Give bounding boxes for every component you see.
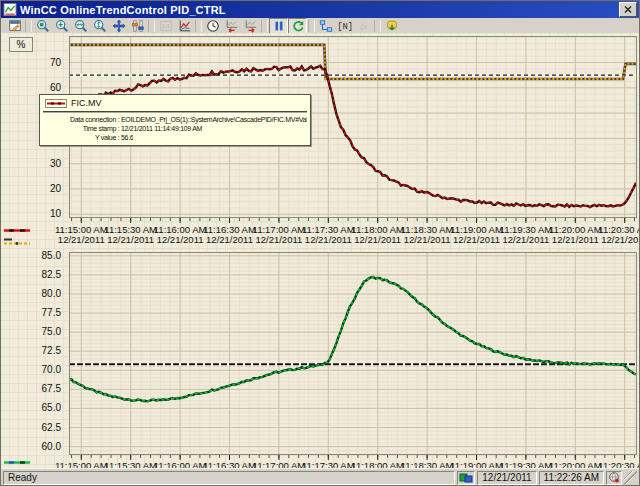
toolbar-separator	[374, 20, 381, 32]
y-axis-tick-label: 60.0	[42, 441, 61, 452]
svg-text:[N]: [N]	[338, 22, 352, 32]
refresh-icon	[291, 19, 305, 33]
select-time-range-button[interactable]	[203, 18, 222, 34]
original-view-button: 1:1	[156, 18, 175, 34]
edit-formula-button: fx	[354, 18, 373, 34]
status-date-cell: 12/21/2011	[477, 471, 536, 485]
app-icon	[3, 3, 17, 16]
x-axis-time-label: 11:15:30 AM12/21/2011	[104, 225, 157, 245]
export-icon	[385, 19, 399, 33]
x-axis-time-label: 11:19:00 AM12/21/2011	[450, 225, 503, 245]
ruler-info-box: FIC.MV Data connection : EOILDEMO_Prj_OS…	[39, 94, 311, 146]
export-data-button[interactable]	[382, 18, 401, 34]
x-axis-time-label: 11:16:30 AM12/21/2011	[203, 225, 256, 245]
toolbar-separator	[195, 20, 202, 32]
bottom-trend-plot[interactable]	[69, 252, 637, 455]
tooltip-row-label: Time stamp :	[43, 124, 121, 133]
status-license-cell	[606, 471, 622, 485]
status-ready-cell: Ready	[3, 471, 455, 485]
tooltip-separator	[43, 111, 307, 113]
wincc-trend-window: WinCC OnlineTrendControl PID_CTRL 1:1[N]…	[0, 0, 640, 486]
move-trend-area-button[interactable]	[109, 18, 128, 34]
y-axis-tick-label: 62.5	[42, 422, 61, 433]
start-stop-update-button[interactable]	[288, 18, 307, 34]
zoom-value-axis-button[interactable]	[90, 18, 109, 34]
y-axis-tick-label: 67.5	[42, 383, 61, 394]
y-axis-tick-label: 72.5	[42, 345, 61, 356]
previous-trend-button[interactable]	[222, 18, 241, 34]
y-axis-tick-label: 70	[50, 57, 61, 68]
zoom-plus-minus-button[interactable]	[52, 18, 71, 34]
tooltip-row-value: EOILDEMO_Prj_OS(1)::SystemArchive\Cascad…	[121, 115, 307, 124]
tooltip-row-label: Data connection :	[43, 115, 121, 124]
formula-icon: fx	[357, 19, 371, 33]
y-axis-tick-label: 70.0	[42, 364, 61, 375]
move-axes-area-button[interactable]	[128, 18, 147, 34]
zoomx-icon	[74, 19, 88, 33]
close-icon	[624, 6, 632, 13]
window-title: WinCC OnlineTrendControl PID_CTRL	[20, 4, 616, 16]
license-status-icon	[608, 472, 620, 483]
status-connection-cell	[457, 471, 475, 485]
zoompm-icon	[55, 19, 69, 33]
trend-toolbar: 1:1[N]fx	[1, 18, 639, 33]
x-axis-time-label: 11:20:00 AM12/21/2011	[549, 225, 602, 245]
status-bar: Ready 12/21/2011 11:22:26 AM	[1, 468, 639, 485]
legend-orange-trend-icon[interactable]	[3, 237, 31, 246]
y-axis-tick-label: 30	[50, 158, 61, 169]
svg-text:fx: fx	[360, 21, 366, 31]
x-axis-date-label: 12/21/2011	[598, 235, 639, 245]
x-axis-date-label: 12/21/2011	[401, 235, 454, 245]
tooltip-row-value: 12/21/2011 11:14:49:109 AM	[121, 124, 202, 133]
top-time-axis-labels: 11:15:00 AM12/21/201111:15:30 AM12/21/20…	[69, 225, 637, 247]
stop-update-button[interactable]	[269, 18, 288, 34]
title-bar[interactable]: WinCC OnlineTrendControl PID_CTRL	[1, 1, 639, 18]
legend-red-trend-icon[interactable]	[3, 226, 31, 235]
x-axis-time-label: 11:17:00 AM12/21/2011	[253, 225, 306, 245]
zoom-area-button[interactable]	[33, 18, 52, 34]
x-axis-date-label: 12/21/2011	[104, 235, 157, 245]
tooltip-red-trend-icon	[45, 99, 67, 108]
move-icon	[112, 19, 126, 33]
trends-icon	[178, 19, 192, 33]
select-archive-button[interactable]: [N]	[335, 18, 354, 34]
status-time-cell: 11:22:26 AM	[539, 471, 604, 485]
x-axis-time-label: 11:15:00 AM12/21/2011	[55, 225, 108, 245]
x-axis-date-label: 12/21/2011	[253, 235, 306, 245]
legend-green-trend-icon[interactable]	[3, 458, 31, 467]
x-axis-time-label: 11:16:00 AM12/21/2011	[154, 225, 207, 245]
y-axis-tick-label: 65.0	[42, 402, 61, 413]
next-trend-button[interactable]	[241, 18, 260, 34]
properties-dialog-button[interactable]	[5, 18, 24, 34]
select-trends-button[interactable]	[175, 18, 194, 34]
tooltip-row: Time stamp : 12/21/2011 11:14:49:109 AM	[43, 124, 307, 133]
connection-status-icon	[459, 473, 473, 483]
toolbar-separator	[25, 20, 32, 32]
zoomarea-icon	[36, 19, 50, 33]
tooltip-legend-row: FIC.MV	[43, 97, 307, 110]
y-axis-tick-label: 75.0	[42, 326, 61, 337]
prev-icon	[225, 19, 239, 33]
tooltip-row-value: 56.6	[121, 133, 133, 142]
y-axis-tick-label: 60	[50, 82, 61, 93]
y-axis-tick-label: 10	[50, 208, 61, 219]
archive-icon: [N]	[338, 19, 352, 33]
clock-icon	[206, 19, 220, 33]
trend-client-area: % 70605040302010 11:15:00 AM12/21/201111…	[1, 33, 639, 470]
toolbar-separator	[308, 20, 315, 32]
x-axis-time-label: 11:18:00 AM12/21/2011	[351, 225, 404, 245]
axes-icon	[131, 19, 145, 33]
tooltip-trend-name: FIC.MV	[71, 98, 102, 108]
zoom-time-axis-button[interactable]	[71, 18, 90, 34]
x-axis-date-label: 12/21/2011	[450, 235, 503, 245]
resize-grip[interactable]	[624, 471, 637, 484]
y-axis-tick-label: 85.0	[42, 250, 61, 261]
x-axis-date-label: 12/21/2011	[55, 235, 108, 245]
connect-icon	[319, 19, 333, 33]
y-axis-tick-label: 82.5	[42, 269, 61, 280]
bottom-value-axis-labels: 85.082.580.077.575.072.570.067.565.062.5…	[1, 252, 65, 455]
next-icon	[244, 19, 258, 33]
close-button[interactable]	[619, 2, 637, 17]
tooltip-row: Y value : 56.6	[43, 133, 307, 142]
select-data-connection-button[interactable]	[316, 18, 335, 34]
